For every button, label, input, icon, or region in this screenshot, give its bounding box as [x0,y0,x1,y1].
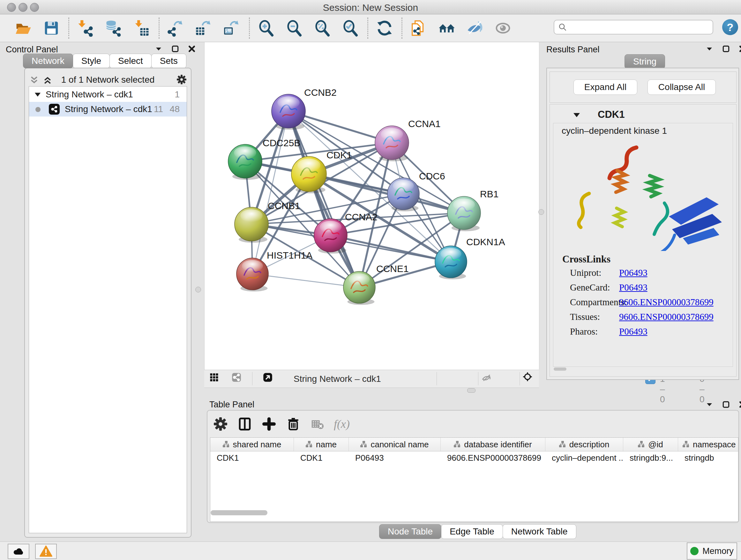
bottom-splitter-handle[interactable] [467,388,475,393]
column-header-database-identifier[interactable]: database identifier [441,438,545,451]
node-label-RB1: RB1 [480,189,498,199]
network-view-toolbar: String Network – cdk1 ✓ 1 – 0 0 – 0 [204,370,539,388]
network-row-selected[interactable]: String Network – cdk1 11 48 [29,102,187,117]
crosslink-link[interactable]: P06493 [619,282,648,293]
maximize-table-panel-icon[interactable] [721,400,731,409]
float-results-panel-icon[interactable] [704,44,714,54]
column-header-name[interactable]: name [294,438,349,451]
right-splitter-handle[interactable] [538,209,544,215]
cell-description[interactable]: cyclin–dependent ... [545,453,623,463]
node-label-CCNA1: CCNA1 [408,118,441,129]
expand-all-button[interactable]: Expand All [574,79,637,95]
refresh-view-button[interactable] [375,18,394,38]
gene-description: cyclin–dependent kinase 1 [562,126,667,136]
show-column-icon[interactable] [237,416,253,432]
column-header-description[interactable]: description [545,438,623,451]
table-hscrollbar-thumb[interactable] [211,510,267,515]
crosslink-link[interactable]: P06493 [619,326,648,337]
tab-style[interactable]: Style [73,54,110,68]
zoom-selected-button[interactable] [340,18,360,38]
string-show-structures-button[interactable] [465,18,485,38]
edge-CCNB2-HIST1H1A[interactable] [253,111,288,274]
cell-canonical-name[interactable]: P06493 [349,453,441,463]
toolbar-separator [401,17,402,39]
search-input[interactable] [567,22,705,33]
table-settings-gear-icon[interactable] [212,416,228,432]
table-row[interactable]: CDK1CDK1P064939606.ENSP00000378699cyclin… [210,451,738,464]
column-header-canonical-name[interactable]: canonical name [349,438,441,451]
crosslink-link[interactable]: 9606.ENSP00000378699 [619,312,714,322]
column-header-@id[interactable]: @id [623,438,678,451]
help-button[interactable]: ? [722,19,738,35]
cell-shared-name[interactable]: CDK1 [210,453,294,463]
export-table-button[interactable] [194,18,214,38]
close-results-panel-icon[interactable] [738,44,741,54]
crosslink-row: Pharos: P06493 [570,326,730,337]
column-header-shared-name[interactable]: shared name [210,438,294,451]
import-table-file-button[interactable] [132,18,151,38]
close-table-panel-icon[interactable] [738,400,741,409]
search-box[interactable] [554,20,713,35]
crosslink-label: GeneCard: [570,282,610,293]
string-home-button[interactable] [437,18,457,38]
toolbar-separator [367,17,368,39]
cloud-status-button[interactable] [8,544,29,559]
node-label-CDC6: CDC6 [419,171,445,181]
collapse-all-button[interactable]: Collapse All [648,79,716,95]
birds-eye-view-icon[interactable] [263,373,273,382]
zoom-fit-button[interactable] [313,18,332,38]
save-session-button[interactable] [42,18,61,38]
node-label-CCNE1: CCNE1 [376,263,409,274]
cell-namespace[interactable]: stringdb [678,453,738,463]
export-image-button[interactable] [222,18,242,38]
float-table-panel-icon[interactable] [704,400,714,409]
control-panel-title: Control Panel [6,45,58,55]
node-label-CDC25B: CDC25B [263,138,300,148]
warnings-button[interactable] [35,544,57,559]
cell-name[interactable]: CDK1 [294,453,349,463]
string-enhanced-view-button[interactable] [493,18,513,38]
search-icon [558,23,567,32]
tab-string-results[interactable]: String [624,54,665,69]
results-scrollbar-thumb[interactable] [554,368,566,371]
maximize-results-panel-icon[interactable] [721,44,731,54]
left-splitter-handle[interactable] [195,287,201,293]
add-column-icon[interactable] [261,416,277,432]
network-edge-count: 48 [170,104,180,114]
cell-@id[interactable]: stringdb:9... [623,453,678,463]
close-panel-icon[interactable] [187,44,197,54]
tab-network-table[interactable]: Network Table [502,524,576,539]
table-panel: f(x) shared namenamecanonical namedataba… [207,410,739,523]
tab-network[interactable]: Network [23,54,73,68]
column-header-namespace[interactable]: namespace [678,438,738,451]
tab-sets[interactable]: Sets [151,54,186,68]
delete-column-trash-icon[interactable] [285,416,301,432]
tab-node-table[interactable]: Node Table [379,524,441,539]
network-collection-row[interactable]: String Network – cdk1 1 [29,87,187,102]
fit-selected-crosshair-icon[interactable] [523,372,532,381]
collection-expander-icon[interactable] [34,91,41,98]
results-panel-title: Results Panel [546,45,600,55]
cell-database-identifier[interactable]: 9606.ENSP00000378699 [441,453,545,463]
tab-select[interactable]: Select [110,54,151,68]
network-canvas[interactable]: CCNB2CCNA1CDC25BCDK1CDC6RB1CCNB1CCNA2CDK… [204,42,539,370]
tab-edge-table[interactable]: Edge Table [441,524,503,539]
float-panel-icon[interactable] [154,44,163,54]
import-network-file-button[interactable] [76,18,95,38]
network-name: String Network – cdk1 [65,104,152,114]
zoom-out-button[interactable] [284,18,304,38]
export-network-button[interactable] [166,18,186,38]
network-share-view-icon[interactable] [232,373,241,382]
maximize-panel-icon[interactable] [171,44,180,54]
crosslink-link[interactable]: P06493 [619,267,648,278]
string-import-button[interactable] [409,18,428,38]
import-network-database-button[interactable] [104,18,124,38]
crosslink-link[interactable]: 9606.ENSP00000378699 [619,297,714,307]
edge-CCNA2-CDKN1A[interactable] [331,235,451,262]
network-options-gear-icon[interactable] [177,75,186,84]
gene-section-expander-icon[interactable] [573,112,581,120]
zoom-in-button[interactable] [256,18,276,38]
open-session-button[interactable] [13,18,33,38]
memory-button[interactable]: Memory [687,543,737,560]
grid-view-icon[interactable] [209,373,219,382]
